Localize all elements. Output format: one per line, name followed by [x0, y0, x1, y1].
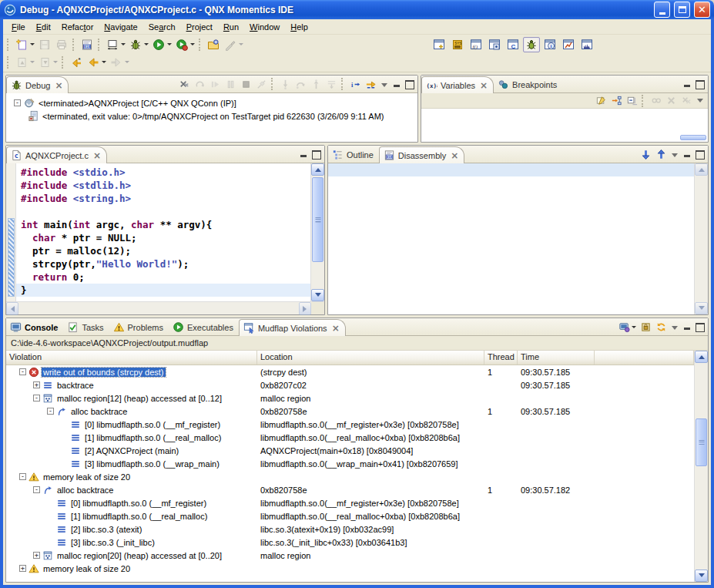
prev-annotation-dropdown[interactable] [30, 61, 35, 63]
tab-close-icon[interactable]: × [451, 151, 458, 160]
resize-window-button[interactable] [104, 37, 121, 52]
open-console-button[interactable] [616, 320, 632, 334]
menu-window[interactable]: Window [244, 21, 285, 33]
code-line[interactable]: char * ptr = NULL; [16, 231, 310, 244]
debug-button[interactable] [127, 37, 144, 52]
c-perspective-button[interactable] [486, 37, 503, 52]
forward-button[interactable] [108, 55, 125, 70]
menu-file[interactable]: File [6, 21, 31, 33]
console-tab-tasks[interactable]: Tasks [63, 319, 109, 335]
column-header-empty[interactable] [595, 351, 694, 365]
scroll-down-button[interactable] [695, 302, 708, 314]
editor-tab-aqnxcproject-c[interactable]: cAQNXCProject.c× [6, 146, 107, 163]
code-line[interactable]: #include <string.h> [16, 192, 310, 205]
maximize-view-button[interactable] [695, 150, 705, 159]
violation-row[interactable]: [3] libc.so.3 (_init_libc)libc.so.3(_ini… [6, 536, 694, 549]
profiler-perspective-button[interactable] [560, 37, 577, 52]
resize-window-dropdown[interactable] [121, 43, 126, 45]
back-dropdown[interactable] [102, 61, 106, 63]
scroll-up-button[interactable] [695, 163, 708, 176]
violation-row[interactable]: [2] AQNXCProject (main)AQNXCProject(main… [6, 444, 694, 457]
debug-perspective-button[interactable] [523, 37, 540, 52]
menu-search[interactable]: Search [143, 21, 181, 33]
code-line[interactable]: #include <stdio.h> [16, 166, 310, 179]
column-header-time[interactable]: Time [518, 351, 595, 365]
run-button[interactable] [150, 37, 167, 52]
suspend-button[interactable] [223, 77, 238, 91]
tree-expander[interactable]: + [19, 565, 26, 572]
view-menu-chevron[interactable] [381, 83, 387, 87]
disconnect-button[interactable] [253, 77, 269, 91]
violation-row[interactable]: [0] libmudflapth.so.0 (__mf_register)lib… [6, 496, 694, 509]
cpp-perspective-button[interactable]: C [504, 37, 521, 52]
horizontal-scrollbar-thumb[interactable] [680, 135, 706, 140]
step-into-button[interactable] [277, 77, 293, 91]
debug-tab-debug[interactable]: Debug× [6, 76, 69, 93]
back-button[interactable] [85, 55, 102, 70]
menu-run[interactable]: Run [218, 21, 244, 33]
close-button[interactable]: ✕ [694, 2, 710, 18]
title-bar[interactable]: Debug - AQNXCProject/AQNXCProject.c - QN… [0, 0, 714, 19]
save-button[interactable] [36, 37, 53, 52]
tree-expander[interactable]: - [33, 486, 40, 493]
code-line[interactable]: #include <stdlib.h> [16, 179, 310, 192]
resume-button[interactable] [207, 77, 223, 91]
instruction-stepping-button[interactable]: i [347, 77, 363, 91]
debug-tree-row[interactable]: <terminated, exit value: 0>/tmp/AQNXCPro… [8, 109, 416, 123]
prev-annotation-button[interactable] [13, 55, 30, 70]
menu-refactor[interactable]: Refactor [56, 21, 99, 33]
column-header-location[interactable]: Location [257, 351, 484, 365]
step-over-button[interactable] [293, 77, 308, 91]
step-return-button[interactable] [308, 77, 323, 91]
code-line[interactable]: return 0; [16, 270, 310, 284]
refresh-button[interactable] [653, 320, 669, 334]
restart-button[interactable] [192, 77, 207, 91]
view-menu-chevron[interactable] [672, 153, 678, 157]
last-edit-location-button[interactable]: * [68, 55, 85, 70]
violation-row[interactable]: [1] libmudflapth.so.0 (__real_malloc)lib… [6, 431, 694, 444]
vars-tab-variables[interactable]: (x)=Variables× [421, 76, 494, 93]
console-tab-mudflap-violations[interactable]: Mudflap Violations× [239, 319, 346, 336]
column-header-thread[interactable]: Thread [484, 351, 518, 365]
debug-tree-row[interactable]: -<terminated>AQNXProject [C/C++ QNX QCon… [8, 96, 416, 109]
code-editor[interactable]: #include <stdio.h>#include <stdlib.h>#in… [16, 163, 310, 301]
function-perspective-button[interactable]: f() [468, 37, 484, 52]
tree-expander[interactable]: - [47, 408, 54, 415]
console-tab-console[interactable]: Console [6, 319, 63, 335]
new-wizard-dropdown[interactable] [30, 43, 35, 45]
violation-row[interactable]: -malloc region[12] (heap) accessed at [0… [6, 391, 694, 405]
binary-file-button[interactable]: 010 [79, 37, 96, 52]
open-console-dropdown[interactable] [632, 326, 636, 328]
scroll-up-button[interactable] [695, 351, 708, 363]
editor-horizontal-scrollbar[interactable] [6, 301, 324, 314]
scroll-up-button[interactable] [311, 163, 324, 176]
code-line[interactable]: int main(int argc, char ** argv){ [16, 218, 310, 231]
violation-row[interactable]: +memory leak of size 20 [6, 562, 694, 575]
tab-close-icon[interactable]: × [93, 151, 101, 160]
maximize-button[interactable] [674, 2, 690, 18]
highlight-brush-dropdown[interactable] [239, 43, 243, 45]
print-button[interactable] [53, 37, 70, 52]
run-dropdown[interactable] [167, 43, 172, 45]
outline-tab-disassembly[interactable]: 010Disassembly× [379, 146, 464, 163]
scrollbar-thumb[interactable] [696, 418, 707, 466]
violation-row[interactable]: [2] libc.so.3 (atexit)libc.so.3(atexit+0… [6, 522, 694, 536]
open-perspective-button[interactable] [431, 37, 448, 52]
violation-row[interactable]: -memory leak of size 20 [6, 470, 694, 483]
scroll-right-button[interactable] [299, 302, 311, 315]
menu-navigate[interactable]: Navigate [99, 21, 142, 33]
outline-tab-outline[interactable]: Outline [328, 146, 379, 163]
next-annotation-button[interactable] [36, 55, 53, 70]
open-file-button[interactable] [205, 37, 222, 52]
code-line[interactable]: ptr = malloc(12); [16, 244, 310, 257]
menu-edit[interactable]: Edit [31, 21, 56, 33]
next-annotation-dropdown[interactable] [53, 61, 58, 63]
use-step-filters-button[interactable] [363, 77, 378, 91]
console-tab-problems[interactable]: Problems [109, 319, 169, 335]
memory-perspective-button[interactable] [578, 37, 595, 52]
show-type-names-button[interactable] [593, 94, 608, 108]
tab-close-icon[interactable]: × [332, 324, 340, 333]
remove-all-terminated-button[interactable] [176, 77, 192, 91]
code-line[interactable]: strcpy(ptr,"Hello World!"); [16, 257, 310, 270]
new-wizard-button[interactable] [13, 37, 30, 52]
